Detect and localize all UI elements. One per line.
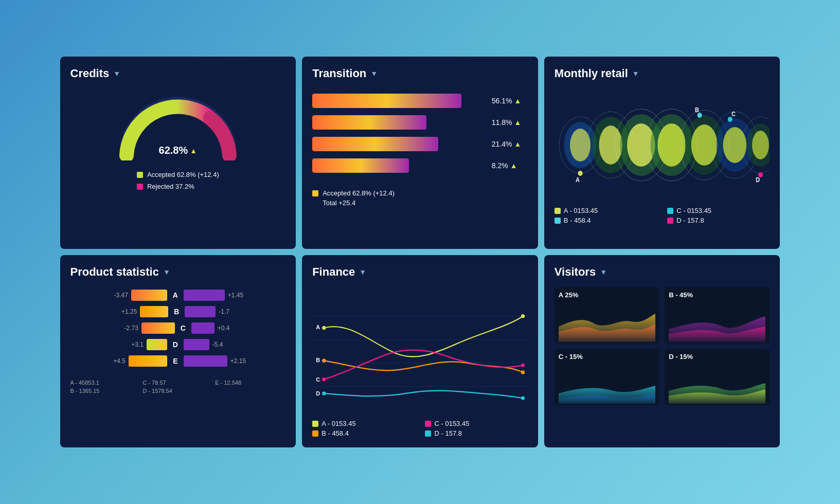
bar-track-2: [312, 115, 488, 130]
bar-row-3: 21.4% ▲: [312, 137, 528, 151]
product-row-d: +3.1 D -5.4: [70, 339, 286, 350]
bar-fill-2: [312, 115, 426, 130]
monthly-dot-c: [667, 208, 673, 214]
product-val-left-d: +3.1: [124, 341, 144, 348]
visitors-dropdown-icon[interactable]: ▼: [600, 268, 607, 276]
rejected-label: Rejected 37.2%: [147, 181, 194, 192]
svg-text:C: C: [316, 376, 320, 383]
gauge-value: 62.8% ▲: [159, 145, 198, 156]
bar-label-1: 56.1% ▲: [492, 97, 528, 105]
visitor-label-a: A 25%: [559, 291, 655, 299]
product-val-left-a: -3.47: [109, 292, 128, 299]
footer-empty: [215, 388, 285, 394]
visitor-chart-c: [559, 363, 655, 404]
svg-text:A: A: [576, 177, 580, 184]
legend-item-rejected: Rejected 37.2%: [137, 181, 219, 192]
finance-label-c: C - 0153.45: [434, 420, 469, 427]
product-row-e: +4.5 E +2.15: [70, 355, 286, 367]
monthly-legend-c: C - 0153.45: [667, 207, 770, 214]
visitor-cell-d: D - 15%: [665, 349, 770, 405]
accepted-dot: [137, 172, 143, 178]
svg-point-44: [521, 396, 525, 400]
svg-point-41: [322, 377, 326, 381]
visitor-label-d: D - 15%: [669, 353, 765, 361]
transition-bars: 56.1% ▲ 11.8% ▲ 21.4% ▲: [312, 88, 528, 185]
bar-value-1: 56.1%: [492, 97, 512, 105]
transition-dropdown-icon[interactable]: ▼: [370, 69, 378, 78]
footer-a: A - 45853.1: [70, 380, 141, 386]
transition-legend-text-2: Total +25.4: [323, 199, 355, 207]
monthly-label-a: A - 0153.45: [564, 207, 598, 214]
bar-row-1: 56.1% ▲: [312, 94, 528, 108]
finance-dropdown-icon[interactable]: ▼: [359, 268, 366, 276]
product-bar-right-c: [191, 322, 215, 334]
monthly-dot-b: [555, 218, 561, 224]
product-bar-right-e: [184, 355, 227, 367]
finance-legend: A - 0153.45 C - 0153.45 B - 458.4 D - 15…: [312, 420, 528, 437]
bar-value-4: 8.2%: [492, 161, 508, 170]
bar-label-3: 21.4% ▲: [492, 140, 528, 148]
product-center-e: E: [170, 357, 181, 365]
product-statistic-dropdown-icon[interactable]: ▼: [163, 268, 170, 276]
product-bars: -3.47 A +1.45 +1.25 B -1.7 -2.73 C +0.4: [70, 287, 286, 374]
monthly-retail-dropdown-icon[interactable]: ▼: [632, 69, 639, 78]
bar-fill-1: [312, 94, 461, 108]
product-val-right-b: -1.7: [219, 308, 238, 315]
monthly-retail-title-text: Monthly retail: [555, 67, 628, 80]
svg-point-5: [599, 125, 622, 165]
transition-legend-1: Accepted 62.8% (+12.4): [312, 189, 528, 197]
bar-arrow-1: ▲: [514, 97, 522, 105]
finance-chart: A B C D: [312, 287, 528, 416]
transition-card: Transition ▼ 56.1% ▲ 11.8% ▲: [302, 57, 538, 249]
bar-arrow-3: ▲: [514, 140, 522, 148]
transition-legend-text-1: Accepted 62.8% (+12.4): [323, 189, 395, 197]
product-statistic-card: Product statistic ▼ -3.47 A +1.45 +1.25 …: [60, 255, 296, 447]
product-val-right-d: -5.4: [212, 341, 232, 348]
monthly-dot-a: [555, 208, 561, 214]
finance-legend-a: A - 0153.45: [312, 420, 415, 427]
bar-fill-3: [312, 137, 438, 151]
dashboard: Credits ▼: [60, 57, 780, 447]
monthly-retail-chart: A B C D: [555, 88, 770, 202]
product-row-b: +1.25 B -1.7: [70, 306, 286, 317]
visitors-grid: A 25%: [555, 287, 770, 405]
finance-label-a: A - 0153.45: [321, 420, 356, 427]
svg-text:D: D: [316, 390, 320, 397]
monthly-retail-title[interactable]: Monthly retail ▼: [555, 67, 770, 80]
product-center-d: D: [170, 340, 181, 349]
finance-dot-a: [312, 421, 318, 427]
product-bar-left-e: [129, 355, 167, 367]
visitors-card: Visitors ▼ A 25%: [544, 255, 780, 447]
bar-row-2: 11.8% ▲: [312, 115, 528, 130]
bar-track-4: [312, 158, 488, 173]
transition-legend-dot-1: [312, 190, 318, 196]
product-val-left-e: +4.5: [106, 357, 126, 365]
footer-e: E - 12.548: [215, 380, 285, 386]
product-val-right-e: +2.15: [230, 357, 250, 365]
footer-b: B - 1365.15: [70, 388, 141, 394]
finance-legend-b: B - 458.4: [312, 429, 415, 437]
credits-title[interactable]: Credits ▼: [70, 67, 286, 80]
visitor-cell-a: A 25%: [555, 287, 659, 344]
svg-text:B: B: [695, 107, 699, 114]
product-bar-left-a: [131, 290, 167, 301]
finance-title-text: Finance: [312, 265, 355, 279]
bar-track-3: [312, 137, 488, 151]
visitors-title[interactable]: Visitors ▼: [555, 265, 770, 279]
visitor-cell-c: C - 15%: [555, 349, 659, 405]
footer-d: D - 1578.54: [142, 388, 213, 394]
gauge-container: 62.8% ▲: [116, 94, 240, 160]
visitor-chart-a: [559, 301, 655, 342]
product-statistic-title-text: Product statistic: [70, 265, 159, 279]
product-row-a: -3.47 A +1.45: [70, 290, 286, 301]
finance-title[interactable]: Finance ▼: [312, 265, 528, 279]
transition-title[interactable]: Transition ▼: [312, 67, 528, 80]
monthly-legend-b: B - 458.4: [555, 217, 657, 224]
product-center-b: B: [171, 308, 182, 316]
finance-dot-d: [425, 430, 431, 437]
visitor-chart-d: [669, 363, 765, 404]
product-bar-right-d: [184, 339, 209, 350]
monthly-dot-d: [667, 218, 673, 224]
product-statistic-title[interactable]: Product statistic ▼: [70, 265, 286, 279]
credits-dropdown-icon[interactable]: ▼: [113, 69, 120, 78]
